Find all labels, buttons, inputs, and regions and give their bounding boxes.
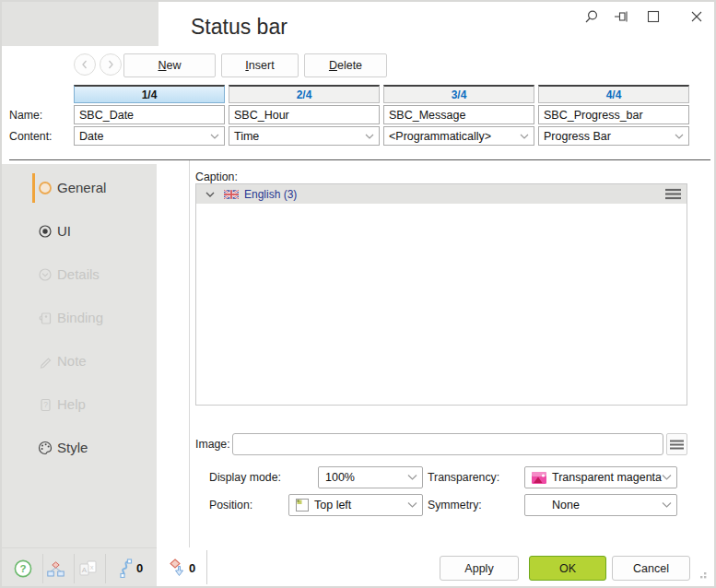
next-item-button[interactable]: [100, 53, 122, 76]
symmetry-value: None: [552, 499, 580, 512]
name-field-1[interactable]: [74, 105, 225, 124]
caption-editor[interactable]: English (3): [195, 183, 687, 406]
cancel-button[interactable]: Cancel: [612, 556, 690, 581]
new-button[interactable]: New: [123, 53, 216, 77]
sidebar-item-binding: Binding: [2, 305, 157, 331]
translate-icon: xA: [79, 560, 97, 577]
sidebar-item-label: UI: [57, 223, 71, 239]
previous-item-button[interactable]: [74, 53, 96, 76]
item-column-1: 1/4 Date: [74, 85, 225, 147]
apply-button[interactable]: Apply: [440, 556, 519, 581]
sidebar-item-label: Help: [57, 396, 86, 412]
caption-language-group-header[interactable]: English (3): [196, 184, 687, 204]
sidebar-item-style[interactable]: Style: [2, 435, 157, 461]
new-button-label: New: [158, 59, 181, 72]
section-divider: [9, 159, 710, 160]
sidebar-item-label: Binding: [57, 310, 103, 325]
svg-text:x: x: [90, 563, 94, 571]
position-label: Position:: [209, 499, 252, 512]
sidebar-bottom-divider: [2, 547, 157, 548]
caption-language-group-label: English (3): [244, 188, 297, 201]
content-dropdown-2[interactable]: Time: [229, 126, 380, 146]
display-mode-label: Display mode:: [209, 471, 281, 484]
hamburger-menu-icon: [670, 440, 684, 450]
status-separator: [42, 554, 43, 583]
resize-grip[interactable]: [695, 570, 708, 583]
svg-text:?: ?: [19, 563, 26, 574]
sidebar-item-general[interactable]: General: [2, 175, 157, 201]
content-dropdown-2-value: Time: [234, 130, 259, 143]
close-icon[interactable]: [688, 8, 705, 25]
image-menu-button[interactable]: [666, 433, 687, 455]
delete-button[interactable]: Delete: [304, 53, 387, 77]
content-dropdown-3-value: <Programmatically>: [389, 130, 491, 143]
chevron-down-icon: [675, 134, 684, 139]
position-value: Top left: [314, 499, 351, 512]
pin-icon[interactable]: [613, 8, 629, 25]
sidebar-item-help: ? Help: [2, 392, 157, 417]
svg-text:?: ?: [43, 400, 48, 409]
tab-4of4[interactable]: 4/4: [538, 85, 689, 103]
caption-label: Caption:: [195, 171, 238, 183]
sidebar-item-note: Note: [2, 348, 157, 374]
sidebar-item-ui[interactable]: UI: [2, 218, 157, 244]
name-field-3[interactable]: [383, 105, 534, 124]
content-dropdown-1[interactable]: Date: [74, 126, 225, 146]
binding-count: 0: [189, 561, 195, 575]
chevron-down-icon: [407, 502, 417, 509]
tab-3of4[interactable]: 3/4: [383, 85, 534, 103]
transparency-dropdown[interactable]: Transparent magenta: [524, 466, 677, 488]
sidebar-item-label: Style: [57, 440, 88, 455]
spline-icon[interactable]: [118, 559, 133, 578]
hierarchy-tree-icon[interactable]: [47, 561, 65, 577]
binding-icon: [38, 311, 53, 325]
pencil-icon: [38, 354, 53, 369]
ok-button[interactable]: OK: [529, 556, 606, 581]
image-label: Image:: [195, 438, 230, 451]
image-path-input[interactable]: [232, 433, 663, 455]
maximize-icon[interactable]: [645, 8, 662, 25]
symmetry-dropdown[interactable]: None: [524, 494, 677, 516]
titlebar-block: [2, 2, 158, 46]
chevron-down-icon: [210, 134, 219, 139]
uk-flag-icon: [224, 190, 239, 199]
sidebar-item-label: Details: [57, 266, 100, 282]
content-dropdown-4[interactable]: Progress Bar: [538, 126, 689, 146]
tab-2of4[interactable]: 2/4: [229, 85, 380, 103]
chevron-down-icon: [662, 502, 672, 509]
name-field-4[interactable]: [538, 105, 689, 124]
ok-button-label: OK: [559, 562, 576, 575]
content-row-label: Content:: [9, 130, 53, 143]
symmetry-label: Symmetry:: [428, 499, 482, 512]
magenta-image-icon: [532, 472, 546, 484]
tab-1of4[interactable]: 1/4: [74, 85, 225, 103]
sidebar-item-details: Details: [2, 262, 157, 288]
chevron-circle-icon: [38, 267, 53, 282]
status-separator: [105, 554, 106, 583]
position-dropdown[interactable]: Top left: [288, 494, 423, 516]
display-mode-dropdown[interactable]: 100%: [318, 466, 423, 488]
content-dropdown-4-value: Progress Bar: [544, 130, 611, 143]
sidebar-item-label: Note: [57, 353, 87, 369]
palette-icon: [38, 441, 53, 455]
insert-button[interactable]: Insert: [221, 53, 299, 77]
hamburger-menu-icon[interactable]: [665, 188, 681, 200]
help-circle-icon[interactable]: ?: [14, 559, 32, 578]
name-field-2[interactable]: [229, 105, 380, 124]
item-column-3: 3/4 <Programmatically>: [383, 85, 534, 147]
svg-text:A: A: [82, 566, 88, 574]
cancel-button-label: Cancel: [633, 562, 669, 575]
binding-diamond-icon[interactable]: [170, 559, 187, 577]
sidebar: General UI Details Binding Note ? Help S…: [2, 164, 157, 586]
item-column-4: 4/4 Progress Bar: [538, 85, 689, 147]
status-separator: [206, 550, 207, 584]
collapse-chevron-icon[interactable]: [205, 192, 215, 197]
help-card-icon: ?: [38, 397, 53, 412]
search-icon[interactable]: [583, 8, 600, 25]
name-row-label: Name:: [9, 109, 42, 122]
content-dropdown-3[interactable]: <Programmatically>: [383, 126, 534, 146]
circle-icon: [38, 181, 53, 195]
content-dropdown-1-value: Date: [79, 130, 103, 143]
eye-icon: [38, 224, 53, 239]
chevron-down-icon: [520, 134, 529, 139]
